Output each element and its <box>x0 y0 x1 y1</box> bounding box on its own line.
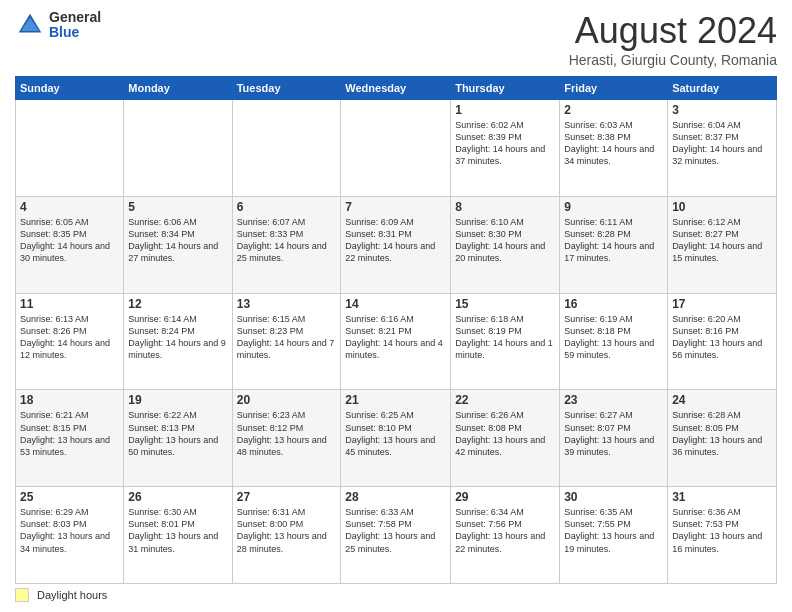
day-number: 4 <box>20 200 119 214</box>
logo: General Blue <box>15 10 101 41</box>
day-info: Sunrise: 6:10 AM Sunset: 8:30 PM Dayligh… <box>455 216 555 265</box>
weekday-header-tuesday: Tuesday <box>232 77 341 100</box>
page: General Blue August 2024 Herasti, Giurgi… <box>0 0 792 612</box>
calendar-cell: 19Sunrise: 6:22 AM Sunset: 8:13 PM Dayli… <box>124 390 232 487</box>
calendar-cell: 22Sunrise: 6:26 AM Sunset: 8:08 PM Dayli… <box>451 390 560 487</box>
calendar-week-1: 4Sunrise: 6:05 AM Sunset: 8:35 PM Daylig… <box>16 196 777 293</box>
calendar-cell: 17Sunrise: 6:20 AM Sunset: 8:16 PM Dayli… <box>668 293 777 390</box>
day-info: Sunrise: 6:21 AM Sunset: 8:15 PM Dayligh… <box>20 409 119 458</box>
day-number: 20 <box>237 393 337 407</box>
day-info: Sunrise: 6:20 AM Sunset: 8:16 PM Dayligh… <box>672 313 772 362</box>
day-info: Sunrise: 6:12 AM Sunset: 8:27 PM Dayligh… <box>672 216 772 265</box>
day-number: 19 <box>128 393 227 407</box>
day-info: Sunrise: 6:25 AM Sunset: 8:10 PM Dayligh… <box>345 409 446 458</box>
weekday-header-friday: Friday <box>560 77 668 100</box>
calendar-cell: 8Sunrise: 6:10 AM Sunset: 8:30 PM Daylig… <box>451 196 560 293</box>
day-info: Sunrise: 6:05 AM Sunset: 8:35 PM Dayligh… <box>20 216 119 265</box>
day-info: Sunrise: 6:29 AM Sunset: 8:03 PM Dayligh… <box>20 506 119 555</box>
calendar-cell: 15Sunrise: 6:18 AM Sunset: 8:19 PM Dayli… <box>451 293 560 390</box>
day-number: 10 <box>672 200 772 214</box>
day-info: Sunrise: 6:22 AM Sunset: 8:13 PM Dayligh… <box>128 409 227 458</box>
calendar-cell: 24Sunrise: 6:28 AM Sunset: 8:05 PM Dayli… <box>668 390 777 487</box>
day-number: 13 <box>237 297 337 311</box>
day-number: 11 <box>20 297 119 311</box>
day-number: 3 <box>672 103 772 117</box>
day-info: Sunrise: 6:27 AM Sunset: 8:07 PM Dayligh… <box>564 409 663 458</box>
day-number: 21 <box>345 393 446 407</box>
calendar-cell: 9Sunrise: 6:11 AM Sunset: 8:28 PM Daylig… <box>560 196 668 293</box>
calendar-cell: 31Sunrise: 6:36 AM Sunset: 7:53 PM Dayli… <box>668 487 777 584</box>
day-info: Sunrise: 6:16 AM Sunset: 8:21 PM Dayligh… <box>345 313 446 362</box>
calendar-cell: 27Sunrise: 6:31 AM Sunset: 8:00 PM Dayli… <box>232 487 341 584</box>
day-info: Sunrise: 6:19 AM Sunset: 8:18 PM Dayligh… <box>564 313 663 362</box>
day-info: Sunrise: 6:18 AM Sunset: 8:19 PM Dayligh… <box>455 313 555 362</box>
day-info: Sunrise: 6:11 AM Sunset: 8:28 PM Dayligh… <box>564 216 663 265</box>
day-info: Sunrise: 6:35 AM Sunset: 7:55 PM Dayligh… <box>564 506 663 555</box>
day-number: 31 <box>672 490 772 504</box>
day-info: Sunrise: 6:07 AM Sunset: 8:33 PM Dayligh… <box>237 216 337 265</box>
day-number: 16 <box>564 297 663 311</box>
day-number: 1 <box>455 103 555 117</box>
day-info: Sunrise: 6:23 AM Sunset: 8:12 PM Dayligh… <box>237 409 337 458</box>
calendar-cell: 10Sunrise: 6:12 AM Sunset: 8:27 PM Dayli… <box>668 196 777 293</box>
calendar-cell: 11Sunrise: 6:13 AM Sunset: 8:26 PM Dayli… <box>16 293 124 390</box>
calendar-cell: 16Sunrise: 6:19 AM Sunset: 8:18 PM Dayli… <box>560 293 668 390</box>
calendar-cell: 2Sunrise: 6:03 AM Sunset: 8:38 PM Daylig… <box>560 100 668 197</box>
calendar-week-4: 25Sunrise: 6:29 AM Sunset: 8:03 PM Dayli… <box>16 487 777 584</box>
calendar-cell: 13Sunrise: 6:15 AM Sunset: 8:23 PM Dayli… <box>232 293 341 390</box>
logo-text: General Blue <box>49 10 101 41</box>
month-title: August 2024 <box>569 10 777 52</box>
calendar-cell <box>232 100 341 197</box>
calendar-cell: 30Sunrise: 6:35 AM Sunset: 7:55 PM Dayli… <box>560 487 668 584</box>
day-info: Sunrise: 6:34 AM Sunset: 7:56 PM Dayligh… <box>455 506 555 555</box>
calendar-cell: 18Sunrise: 6:21 AM Sunset: 8:15 PM Dayli… <box>16 390 124 487</box>
day-number: 7 <box>345 200 446 214</box>
calendar-cell: 20Sunrise: 6:23 AM Sunset: 8:12 PM Dayli… <box>232 390 341 487</box>
calendar-cell: 23Sunrise: 6:27 AM Sunset: 8:07 PM Dayli… <box>560 390 668 487</box>
calendar-week-3: 18Sunrise: 6:21 AM Sunset: 8:15 PM Dayli… <box>16 390 777 487</box>
title-block: August 2024 Herasti, Giurgiu County, Rom… <box>569 10 777 68</box>
day-number: 8 <box>455 200 555 214</box>
weekday-header-wednesday: Wednesday <box>341 77 451 100</box>
calendar-cell: 1Sunrise: 6:02 AM Sunset: 8:39 PM Daylig… <box>451 100 560 197</box>
day-info: Sunrise: 6:26 AM Sunset: 8:08 PM Dayligh… <box>455 409 555 458</box>
day-info: Sunrise: 6:30 AM Sunset: 8:01 PM Dayligh… <box>128 506 227 555</box>
header: General Blue August 2024 Herasti, Giurgi… <box>15 10 777 68</box>
calendar-cell: 12Sunrise: 6:14 AM Sunset: 8:24 PM Dayli… <box>124 293 232 390</box>
day-info: Sunrise: 6:06 AM Sunset: 8:34 PM Dayligh… <box>128 216 227 265</box>
day-number: 23 <box>564 393 663 407</box>
day-number: 30 <box>564 490 663 504</box>
calendar-header-row: SundayMondayTuesdayWednesdayThursdayFrid… <box>16 77 777 100</box>
day-number: 14 <box>345 297 446 311</box>
calendar-cell: 5Sunrise: 6:06 AM Sunset: 8:34 PM Daylig… <box>124 196 232 293</box>
day-number: 9 <box>564 200 663 214</box>
day-info: Sunrise: 6:03 AM Sunset: 8:38 PM Dayligh… <box>564 119 663 168</box>
footer: Daylight hours <box>15 584 777 602</box>
calendar-cell: 26Sunrise: 6:30 AM Sunset: 8:01 PM Dayli… <box>124 487 232 584</box>
day-number: 27 <box>237 490 337 504</box>
calendar-cell: 4Sunrise: 6:05 AM Sunset: 8:35 PM Daylig… <box>16 196 124 293</box>
day-number: 24 <box>672 393 772 407</box>
calendar-week-0: 1Sunrise: 6:02 AM Sunset: 8:39 PM Daylig… <box>16 100 777 197</box>
daylight-label: Daylight hours <box>37 589 107 601</box>
calendar-cell: 6Sunrise: 6:07 AM Sunset: 8:33 PM Daylig… <box>232 196 341 293</box>
day-info: Sunrise: 6:33 AM Sunset: 7:58 PM Dayligh… <box>345 506 446 555</box>
calendar-cell: 29Sunrise: 6:34 AM Sunset: 7:56 PM Dayli… <box>451 487 560 584</box>
day-info: Sunrise: 6:31 AM Sunset: 8:00 PM Dayligh… <box>237 506 337 555</box>
daylight-box-icon <box>15 588 29 602</box>
calendar-cell: 21Sunrise: 6:25 AM Sunset: 8:10 PM Dayli… <box>341 390 451 487</box>
calendar-cell: 7Sunrise: 6:09 AM Sunset: 8:31 PM Daylig… <box>341 196 451 293</box>
calendar-table: SundayMondayTuesdayWednesdayThursdayFrid… <box>15 76 777 584</box>
logo-icon <box>15 10 45 40</box>
logo-blue-text: Blue <box>49 25 101 40</box>
day-number: 17 <box>672 297 772 311</box>
day-number: 5 <box>128 200 227 214</box>
day-number: 25 <box>20 490 119 504</box>
weekday-header-sunday: Sunday <box>16 77 124 100</box>
logo-general-text: General <box>49 10 101 25</box>
day-number: 2 <box>564 103 663 117</box>
day-info: Sunrise: 6:02 AM Sunset: 8:39 PM Dayligh… <box>455 119 555 168</box>
calendar-cell <box>16 100 124 197</box>
day-number: 28 <box>345 490 446 504</box>
day-info: Sunrise: 6:15 AM Sunset: 8:23 PM Dayligh… <box>237 313 337 362</box>
